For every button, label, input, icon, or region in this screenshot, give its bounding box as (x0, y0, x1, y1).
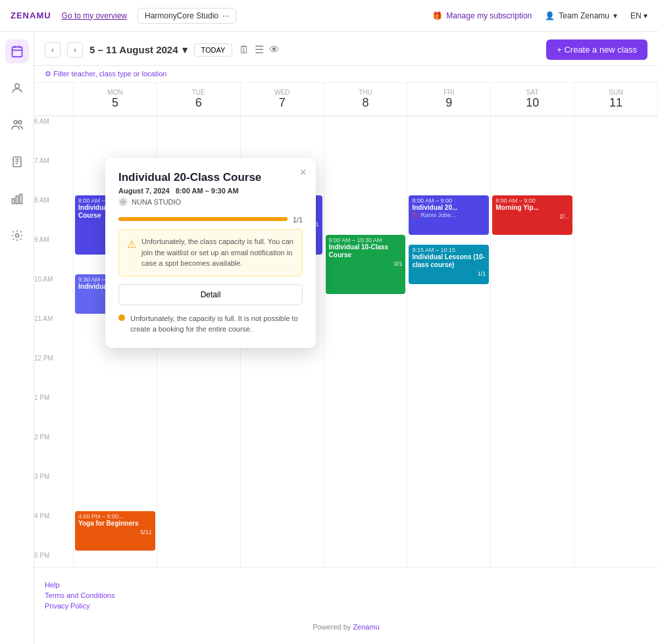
popup-footer-dot (118, 314, 125, 321)
popup-detail-button[interactable]: Detail (118, 284, 303, 305)
main-content: ‹ › 5 – 11 August 2024 ▾ TODAY 🗓 ☰ 👁 + C… (34, 32, 658, 644)
popup-close-button[interactable]: × (299, 166, 307, 180)
event-detail-popup: × Individual 20-Class Course August 7, 2… (105, 158, 316, 348)
popup-overlay[interactable]: × Individual 20-Class Course August 7, 2… (34, 32, 658, 644)
capacity-warning: ⚠ Unfortunately, the class capacity is f… (118, 229, 303, 276)
capacity-bar: 1/1 (118, 214, 303, 224)
warning-icon: ⚠ (127, 237, 136, 269)
popup-footer: Unfortunately, the capacity is full. It … (118, 313, 303, 335)
capacity-label: 1/1 (293, 216, 303, 224)
popup-title: Individual 20-Class Course (118, 171, 303, 184)
popup-studio: NUNA STUDIO (118, 197, 303, 207)
popup-date: August 7, 2024 8:00 AM – 9:30 AM (118, 187, 303, 195)
studio-dot-icon (118, 197, 128, 207)
